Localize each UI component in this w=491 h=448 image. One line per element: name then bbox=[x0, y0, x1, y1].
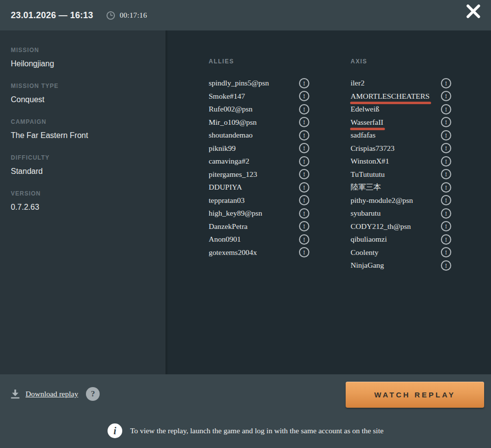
player-row: Edelweiß ! bbox=[351, 103, 451, 116]
mission-info-section: MISSION Heilongjiang bbox=[11, 47, 156, 68]
player-name: Edelweiß bbox=[351, 105, 380, 113]
player-name: qibuliaomzi bbox=[351, 235, 387, 244]
player-name: gotexems2004x bbox=[209, 248, 257, 257]
player-name: WinstonX#1 bbox=[351, 157, 389, 166]
mission-info-value: Heilongjiang bbox=[11, 59, 156, 68]
exclamation-glyph: ! bbox=[445, 223, 447, 229]
exclamation-glyph: ! bbox=[303, 119, 305, 125]
mission-info-label: CAMPAIGN bbox=[11, 119, 156, 125]
player-report-exclamation-icon[interactable]: ! bbox=[299, 208, 309, 219]
mission-info-section: CAMPAIGN The Far Eastern Front bbox=[11, 119, 156, 140]
exclamation-glyph: ! bbox=[303, 106, 305, 112]
player-report-exclamation-icon[interactable]: ! bbox=[441, 195, 451, 205]
exclamation-glyph: ! bbox=[303, 210, 305, 217]
exclamation-glyph: ! bbox=[445, 262, 447, 269]
player-row: Rufe002@psn ! bbox=[209, 103, 309, 116]
player-report-exclamation-icon[interactable]: ! bbox=[441, 78, 451, 88]
player-report-exclamation-icon[interactable]: ! bbox=[299, 247, 309, 257]
exclamation-glyph: ! bbox=[445, 119, 447, 125]
mission-info-section: VERSION 0.7.2.63 bbox=[11, 191, 156, 211]
player-row: iler2 ! bbox=[351, 77, 451, 90]
player-name: pitergames_123 bbox=[209, 170, 257, 179]
player-report-exclamation-icon[interactable]: ! bbox=[299, 143, 309, 153]
exclamation-glyph: ! bbox=[303, 80, 305, 86]
player-row: DDUPIYA ! bbox=[209, 181, 309, 194]
player-report-exclamation-icon[interactable]: ! bbox=[441, 247, 451, 257]
mission-info-value: The Far Eastern Front bbox=[11, 131, 156, 140]
help-question-icon[interactable]: ? bbox=[86, 387, 100, 401]
watch-replay-button[interactable]: WATCH REPLAY bbox=[346, 382, 484, 408]
exclamation-glyph: ! bbox=[445, 184, 447, 191]
player-name: iler2 bbox=[351, 79, 364, 87]
player-report-exclamation-icon[interactable]: ! bbox=[441, 221, 451, 231]
info-glyph: i bbox=[113, 425, 116, 437]
replay-duration: 00:17:16 bbox=[120, 11, 147, 20]
dialog-body: MISSION Heilongjiang MISSION TYPE Conque… bbox=[0, 30, 491, 374]
player-row: qibuliaomzi ! bbox=[351, 233, 451, 246]
player-report-exclamation-icon[interactable]: ! bbox=[441, 156, 451, 167]
exclamation-glyph: ! bbox=[445, 249, 447, 255]
player-report-exclamation-icon[interactable]: ! bbox=[299, 221, 309, 231]
player-row: syubarutu ! bbox=[351, 207, 451, 220]
mission-info-label: DIFFICULTY bbox=[11, 155, 156, 161]
player-report-exclamation-icon[interactable]: ! bbox=[299, 117, 309, 127]
player-report-exclamation-icon[interactable]: ! bbox=[299, 130, 309, 140]
player-report-exclamation-icon[interactable]: ! bbox=[299, 156, 309, 167]
player-row: pithy-module2@psn ! bbox=[351, 194, 451, 207]
player-row: WasserfaII ! bbox=[351, 116, 451, 129]
exclamation-glyph: ! bbox=[303, 145, 305, 151]
exclamation-glyph: ! bbox=[303, 158, 305, 165]
exclamation-glyph: ! bbox=[303, 132, 305, 139]
close-icon bbox=[466, 4, 481, 20]
player-name: syubarutu bbox=[351, 209, 381, 218]
player-report-exclamation-icon[interactable]: ! bbox=[441, 143, 451, 153]
player-name: Rufe002@psn bbox=[209, 105, 252, 113]
player-report-exclamation-icon[interactable]: ! bbox=[299, 234, 309, 245]
player-name: DanzekPetra bbox=[209, 222, 247, 231]
player-report-exclamation-icon[interactable]: ! bbox=[441, 208, 451, 219]
allies-player-list: spindly_pins5@psn ! Smoke#147 ! bbox=[209, 77, 309, 259]
player-row: spindly_pins5@psn ! bbox=[209, 77, 309, 90]
player-report-exclamation-icon[interactable]: ! bbox=[441, 104, 451, 114]
player-report-exclamation-icon[interactable]: ! bbox=[299, 195, 309, 205]
player-name: shoutandemao bbox=[209, 131, 253, 140]
close-button[interactable] bbox=[464, 3, 482, 21]
player-report-exclamation-icon[interactable]: ! bbox=[441, 234, 451, 245]
player-row: DanzekPetra ! bbox=[209, 220, 309, 233]
player-report-exclamation-icon[interactable]: ! bbox=[299, 104, 309, 114]
dialog-footer: Download replay ? WATCH REPLAY i To view… bbox=[0, 374, 491, 448]
player-row: high_key89@psn ! bbox=[209, 207, 309, 220]
exclamation-glyph: ! bbox=[445, 80, 447, 86]
download-row: Download replay ? bbox=[10, 387, 100, 401]
mission-info-label: MISSION TYPE bbox=[11, 83, 156, 89]
player-report-exclamation-icon[interactable]: ! bbox=[441, 182, 451, 193]
download-icon bbox=[10, 389, 21, 399]
player-report-exclamation-icon[interactable]: ! bbox=[441, 169, 451, 179]
axis-title: AXIS bbox=[351, 58, 451, 65]
player-report-exclamation-icon[interactable]: ! bbox=[299, 78, 309, 88]
info-message: To view the replay, launch the game and … bbox=[130, 426, 383, 435]
exclamation-glyph: ! bbox=[445, 106, 447, 112]
replay-details-dialog: 23.01.2026 — 16:13 00:17:16 M bbox=[0, 0, 491, 448]
player-name: CODY212_th@psn bbox=[351, 222, 411, 231]
player-row: gotexems2004x ! bbox=[209, 246, 309, 259]
download-replay-link[interactable]: Download replay bbox=[26, 390, 78, 398]
player-report-exclamation-icon[interactable]: ! bbox=[441, 117, 451, 127]
player-report-exclamation-icon[interactable]: ! bbox=[299, 182, 309, 193]
player-name: AMORTLESCHEATERS bbox=[351, 92, 430, 101]
player-name: Crispias73723 bbox=[351, 144, 395, 153]
player-name: teppratan03 bbox=[209, 196, 245, 205]
player-row: Coolenty ! bbox=[351, 246, 451, 259]
player-row: Mir_o109@psn ! bbox=[209, 116, 309, 129]
mission-info-value: 0.7.2.63 bbox=[11, 203, 156, 211]
mission-info-section: DIFFICULTY Standard bbox=[11, 155, 156, 175]
player-row: Smoke#147 ! bbox=[209, 90, 309, 103]
player-report-exclamation-icon[interactable]: ! bbox=[441, 91, 451, 101]
question-glyph: ? bbox=[91, 389, 95, 399]
player-report-exclamation-icon[interactable]: ! bbox=[441, 130, 451, 140]
player-report-exclamation-icon[interactable]: ! bbox=[299, 169, 309, 179]
mission-info-label: MISSION bbox=[11, 47, 156, 54]
player-report-exclamation-icon[interactable]: ! bbox=[441, 260, 451, 271]
player-report-exclamation-icon[interactable]: ! bbox=[299, 91, 309, 101]
player-name: 陸軍三本 bbox=[351, 182, 381, 193]
